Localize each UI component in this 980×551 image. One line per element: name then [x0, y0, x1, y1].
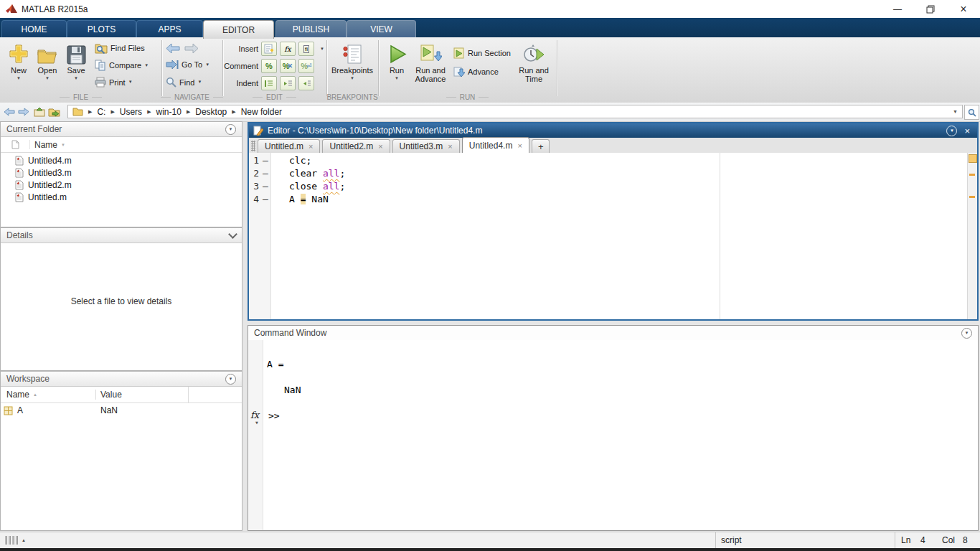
breadcrumb-separator-icon: ▶	[232, 109, 235, 115]
insert-function-icon[interactable]: fx	[280, 42, 296, 56]
tab-close-icon[interactable]: ×	[517, 141, 522, 150]
forward-button[interactable]	[184, 43, 199, 54]
statusbar-grip[interactable]: ▲	[5, 536, 26, 545]
comment-icon[interactable]: %	[261, 59, 277, 73]
editor-tab[interactable]: Untitled2.m ×	[322, 139, 390, 153]
editor-titlebar[interactable]: Editor - C:\Users\win-10\Desktop\New fol…	[249, 123, 977, 138]
command-prompt[interactable]: >>	[268, 410, 280, 421]
new-tab-button[interactable]: +	[532, 139, 550, 153]
print-button[interactable]: Print ▼	[95, 77, 133, 88]
tab-home[interactable]: HOME	[1, 20, 67, 37]
column-value: 8	[963, 535, 968, 545]
file-row[interactable]: Untitled2.m	[1, 179, 242, 191]
chevron-down-icon: ▼	[45, 76, 50, 81]
editor-menu-button[interactable]: ▼	[946, 126, 957, 136]
run-button[interactable]: Run ▼	[382, 40, 412, 81]
folder-search-button[interactable]	[964, 105, 979, 120]
minimize-button[interactable]: —	[881, 0, 914, 18]
matlab-window: MATLAB R2015a — × HOME PLOTS APPS EDITOR…	[0, 0, 980, 551]
save-button[interactable]: Save ▼	[61, 40, 91, 81]
run-section-icon	[453, 47, 465, 59]
editor-scrollbar[interactable]	[967, 153, 977, 319]
tab-plots[interactable]: PLOTS	[67, 20, 136, 37]
file-row[interactable]: Untitled.m	[1, 191, 242, 203]
editor-tab[interactable]: Untitled.m ×	[258, 139, 320, 153]
run-section-button[interactable]: Run Section	[453, 47, 511, 59]
up-folder-icon[interactable]	[33, 105, 46, 118]
nav-back-icon[interactable]	[3, 105, 16, 118]
file-row[interactable]: Untitled3.m	[1, 166, 242, 179]
goto-button[interactable]: Go To ▼	[166, 60, 209, 70]
output-variable: A =	[267, 359, 283, 369]
tab-publish[interactable]: PUBLISH	[275, 20, 347, 37]
indent-left-icon[interactable]	[298, 76, 314, 90]
run-and-advance-button[interactable]: Run and Advance	[412, 40, 449, 83]
editor-close-icon[interactable]: ×	[964, 126, 970, 136]
back-arrow-icon	[166, 43, 180, 54]
back-button[interactable]	[166, 43, 180, 54]
wrap-comments-icon[interactable]: %⏎	[298, 59, 314, 73]
matrix-icon	[4, 406, 13, 415]
tab-close-icon[interactable]: ×	[308, 142, 313, 151]
tab-close-icon[interactable]: ×	[378, 142, 382, 151]
panel-menu-button[interactable]: ▼	[961, 328, 972, 339]
browse-folder-icon[interactable]	[47, 105, 60, 118]
workspace-row[interactable]: A NaN	[1, 403, 242, 418]
compare-icon	[95, 60, 106, 71]
minimize-icon: —	[893, 4, 902, 14]
new-button[interactable]: New ▼	[4, 40, 34, 81]
indent-right-icon[interactable]	[280, 76, 296, 90]
editor-tab-active[interactable]: Untitled4.m ×	[462, 137, 529, 153]
restore-button[interactable]	[914, 0, 947, 18]
workspace-value-column[interactable]: Value	[96, 387, 189, 402]
open-button[interactable]: Open ▼	[32, 40, 62, 81]
editor-code-area[interactable]: 1– 2– 3– 4– clc; clear all; close all; A…	[249, 153, 977, 319]
fx-button[interactable]: fx▼	[250, 410, 259, 420]
chevron-down-icon	[228, 230, 237, 239]
insert-section-icon[interactable]	[261, 42, 277, 56]
compare-button[interactable]: Compare ▼	[95, 60, 149, 71]
breadcrumb-separator-icon: ▶	[187, 109, 190, 115]
chevron-down-icon: ▼	[395, 76, 399, 81]
panel-menu-button[interactable]: ▼	[225, 124, 236, 135]
advance-button[interactable]: Advance	[453, 66, 499, 77]
lint-marker[interactable]	[969, 196, 975, 198]
panel-menu-button[interactable]: ▼	[225, 374, 236, 385]
breadcrumb-item-folder[interactable]: New folder	[241, 107, 282, 117]
breadcrumb-item-desktop[interactable]: Desktop	[195, 107, 227, 117]
breadcrumb-item-users[interactable]: Users	[120, 107, 142, 117]
find-files-button[interactable]: Find Files	[95, 42, 145, 54]
chevron-down-icon: ▼	[74, 76, 78, 81]
mfile-icon	[15, 192, 24, 202]
nav-forward-icon[interactable]	[17, 105, 30, 118]
breadcrumb-item-user[interactable]: win-10	[156, 107, 182, 117]
breakpoints-button[interactable]: Breakpoints ▼	[332, 40, 372, 81]
file-type-column-icon	[1, 140, 30, 149]
smart-indent-icon[interactable]	[261, 76, 277, 90]
file-row[interactable]: Untitled4.m	[1, 154, 242, 166]
insert-file-icon[interactable]: fi	[298, 42, 314, 56]
find-button[interactable]: Find ▼	[166, 77, 202, 88]
mfile-icon	[15, 168, 24, 178]
tab-editor[interactable]: EDITOR	[203, 20, 274, 39]
tabstrip-grip[interactable]	[251, 141, 255, 151]
editor-tab[interactable]: Untitled3.m ×	[392, 139, 460, 153]
editor-gutter: 1– 2– 3– 4–	[249, 153, 271, 319]
chevron-down-icon: ▼	[320, 47, 324, 52]
code-line: clear all;	[289, 167, 345, 180]
tab-close-icon[interactable]: ×	[448, 142, 452, 151]
run-and-time-button[interactable]: Run and Time	[515, 40, 552, 83]
uncomment-icon[interactable]: %✕	[280, 59, 296, 73]
lint-marker[interactable]	[969, 174, 975, 176]
tab-apps[interactable]: APPS	[136, 20, 203, 37]
ribbon-toolbar: New ▼ Open ▼ Save ▼ Find Files Compare ▼…	[0, 37, 980, 103]
current-folder-column-header[interactable]: Name ▼	[1, 137, 242, 153]
code-line: clc;	[289, 154, 311, 167]
breadcrumb-item-drive[interactable]: C:	[97, 107, 105, 117]
tab-view[interactable]: VIEW	[347, 20, 416, 37]
lint-indicator[interactable]	[969, 154, 977, 163]
breadcrumb-dropdown-icon[interactable]: ▼	[953, 109, 958, 114]
details-header[interactable]: Details	[1, 228, 242, 243]
close-button[interactable]: ×	[947, 0, 980, 18]
workspace-name-column[interactable]: Name▲	[1, 390, 96, 400]
